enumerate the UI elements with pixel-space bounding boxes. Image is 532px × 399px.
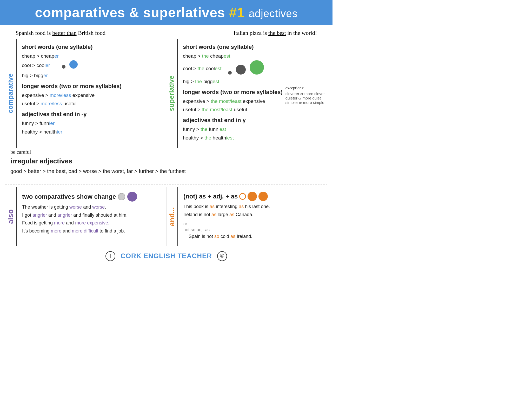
footer: f CORK ENGLISH TEACHER Ⓢ	[0, 248, 332, 264]
comp-cool-er: er	[45, 63, 50, 68]
also-worse-1: worse	[69, 204, 82, 210]
sup-cheapest: est	[224, 53, 230, 59]
exception-3: simpler or more simple	[285, 100, 325, 105]
superlative-panel: short words (one syllable) cheap > the c…	[177, 39, 327, 148]
comp-short-title: short words (one syllable)	[22, 44, 161, 50]
toggle-on-dot	[127, 192, 137, 202]
also-more-2: more	[51, 228, 62, 234]
exceptions-title: exceptions:	[285, 86, 325, 90]
comp-cheap-er: er	[54, 53, 59, 59]
example-left: Spanish food is better than British food	[16, 30, 105, 36]
example-right: Italian pizza is the best in the world!	[234, 30, 317, 36]
bottom-right-panel: (not) as + adj. + as This book is as int…	[177, 187, 327, 246]
and-sentences: This book is as interesting as his last …	[183, 203, 322, 218]
sup-biggest: est	[213, 79, 219, 84]
footer-site-name: CORK ENGLISH TEACHER	[121, 252, 212, 260]
comparative-panel: short words (one syllable) cheap > cheap…	[16, 39, 166, 148]
also-title-text: two comparatives show change	[22, 193, 116, 200]
example-right-underline: the best	[268, 30, 286, 36]
comp-short-items: cheap > cheaper cool > cooler big > bigg…	[22, 52, 161, 80]
example-sentences-row: Spanish food is better than British food…	[0, 25, 332, 39]
irregular-title: irregular adjectives	[10, 157, 322, 165]
comp-funny-ier: ier	[49, 121, 55, 126]
also-angrier-1: angrier	[32, 212, 47, 218]
header: comparatives & superlatives #1 adjective…	[0, 0, 332, 25]
and-label: and...	[167, 187, 177, 246]
orange-dot-fill-2	[258, 192, 268, 201]
title-suffix: adjectives	[249, 8, 298, 19]
sup-short-items: cheap > the cheapest cool > the coolest …	[183, 52, 322, 86]
dot-small	[62, 65, 65, 69]
title-main: comparatives & superlatives	[35, 5, 225, 20]
main-content: comparative short words (one syllable) c…	[0, 39, 332, 148]
also-title-row: two comparatives show change	[22, 192, 161, 202]
also-sentences: The weather is getting worse and worse. …	[22, 203, 161, 235]
dot-medium-blue	[69, 60, 78, 69]
instagram-icon[interactable]: Ⓢ	[217, 251, 227, 261]
dot-dark-medium	[236, 65, 246, 75]
orange-dot-fill-1	[248, 192, 257, 201]
comp-longer-title: longer words (two or more syllables)	[22, 83, 161, 90]
as-2: as	[239, 204, 244, 209]
toggle-off-dot	[118, 193, 125, 200]
bottom-section: also two comparatives show change The we…	[0, 187, 332, 246]
dot-small-2	[228, 71, 232, 75]
comp-healthy-ier: ier	[57, 129, 62, 135]
comparative-label: comparative	[5, 39, 16, 148]
comp-more-less-2: more/less	[41, 101, 62, 106]
orange-dot-outline	[239, 193, 246, 200]
exceptions-box: exceptions: cleverer or more clever quie…	[285, 86, 325, 105]
sup-short-title: short words (one syllable)	[183, 44, 322, 50]
sup-the-1: the	[202, 53, 209, 59]
comp-longer-items: expensive > more/less expensive useful >…	[22, 91, 161, 108]
sup-funniest: iest	[218, 127, 226, 132]
comp-big-er: er	[43, 73, 48, 78]
and-title-row: (not) as + adj. + as	[183, 192, 322, 201]
also-more-1: more	[54, 220, 65, 225]
not-so-text: not so adj. as	[183, 227, 322, 232]
also-more-difficult: more difficult	[72, 228, 98, 234]
as-1: as	[210, 204, 215, 209]
sup-healthiest: iest	[226, 135, 234, 141]
facebook-icon[interactable]: f	[105, 251, 115, 261]
also-worse-2: worse	[92, 204, 105, 210]
sup-most-least-1: the most/least	[211, 98, 241, 104]
so-word: so	[214, 234, 219, 239]
comp-endy-items: funny > funnier healthy > healthier	[22, 119, 161, 136]
as-4: as	[229, 212, 234, 217]
bottom-left-panel: two comparatives show change The weather…	[16, 187, 167, 246]
sup-endy-title: adjectives that end in y	[183, 117, 322, 124]
title-number: #1	[229, 5, 245, 20]
sup-coolest: est	[215, 66, 221, 71]
superlative-label: superlative	[166, 39, 177, 148]
spain-sentence: Spain is not so cold as Ireland.	[189, 232, 322, 241]
also-label: also	[5, 187, 16, 246]
dashed-divider	[5, 184, 327, 184]
or-text: or	[183, 222, 322, 226]
irregular-content: good > better > the best, bad > worse > …	[10, 167, 322, 176]
also-more-expensive: more expensive	[75, 220, 108, 225]
sup-most-least-2: the most/least	[202, 107, 232, 112]
comp-more-less-1: more/less	[50, 92, 71, 98]
sup-the-5: the	[204, 135, 211, 141]
sup-the-2: the	[198, 66, 204, 71]
and-title-text: (not) as + adj. + as	[183, 193, 238, 200]
exception-2: quieter or more quiet	[285, 96, 325, 100]
example-left-underline: better than	[52, 30, 76, 36]
exception-1: cleverer or more clever	[285, 91, 325, 96]
sup-the-4: the	[201, 127, 207, 132]
comp-endy-title: adjectives that end in -y	[22, 111, 161, 118]
as-3: as	[211, 212, 216, 217]
also-angrier-2: angrier	[57, 212, 72, 218]
be-careful: be careful	[10, 149, 322, 155]
sup-the-3: the	[195, 79, 202, 84]
as-5: as	[230, 234, 235, 239]
irregular-section: be careful irregular adjectives good > b…	[5, 148, 327, 181]
sup-endy-items: funny > the funniest healthy > the healt…	[183, 125, 322, 142]
dot-large-green	[250, 60, 264, 75]
